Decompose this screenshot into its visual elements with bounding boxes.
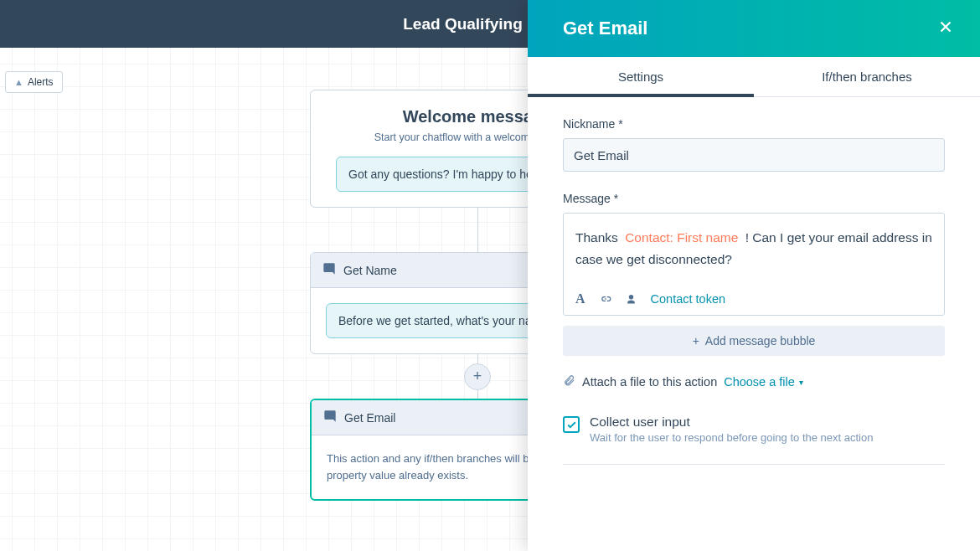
nickname-label: Nickname * [563,117,945,131]
chat-icon [322,262,336,278]
alerts-button[interactable]: ▲ Alerts [5,71,63,93]
message-label: Message * [563,192,945,205]
message-content[interactable]: Thanks Contact: First name ! Can I get y… [564,214,944,283]
connector [477,208,478,252]
link-icon[interactable] [600,293,611,305]
panel-body: Nickname * Message * Thanks Contact: Fir… [528,97,980,551]
chat-icon [323,409,337,425]
attach-text: Attach a file to this action [582,375,717,389]
attach-row: Attach a file to this action Choose a fi… [563,374,945,389]
chevron-down-icon: ▾ [799,378,803,387]
panel-header: Get Email [528,0,980,57]
collect-sub: Wait for the user to respond before goin… [590,431,873,444]
collect-title: Collect user input [590,415,873,430]
panel-tabs: Settings If/then branches [528,57,980,97]
connector: + [477,354,478,399]
message-toolbar: A Contact token [564,283,944,315]
message-editor[interactable]: Thanks Contact: First name ! Can I get y… [563,213,945,316]
add-action-button[interactable]: + [464,363,491,390]
person-icon[interactable] [626,294,637,305]
contact-token[interactable]: Contact: First name [625,230,738,245]
add-bubble-button[interactable]: + Add message bubble [563,326,945,356]
divider [563,464,945,465]
choose-file-link[interactable]: Choose a file ▾ [724,375,803,389]
alerts-label: Alerts [28,76,54,88]
plus-icon: + [693,334,699,348]
tab-settings[interactable]: Settings [528,57,754,96]
contact-token-link[interactable]: Contact token [651,292,725,306]
msg-pre: Thanks [575,230,622,245]
text-format-icon[interactable]: A [575,291,585,306]
side-panel: Get Email Settings If/then branches Nick… [528,0,980,551]
get-name-title: Get Name [343,264,397,277]
collect-checkbox[interactable] [563,416,580,433]
close-icon[interactable] [936,18,955,39]
panel-title: Get Email [563,18,647,39]
alert-icon: ▲ [14,77,23,87]
nickname-input[interactable] [563,138,945,172]
get-email-title: Get Email [344,411,395,425]
paperclip-icon [563,374,575,389]
collect-input-row: Collect user input Wait for the user to … [563,415,945,461]
tab-branches[interactable]: If/then branches [754,57,980,96]
